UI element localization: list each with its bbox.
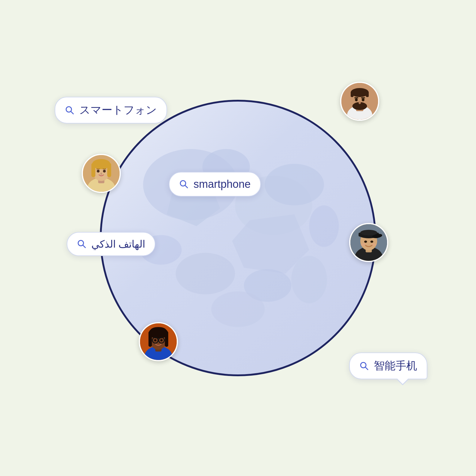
avatar-asian-man xyxy=(349,223,388,262)
svg-point-11 xyxy=(309,205,339,247)
avatar-blonde-woman xyxy=(82,154,121,193)
svg-point-44 xyxy=(100,172,102,175)
svg-line-15 xyxy=(185,185,188,188)
search-text-english: smartphone xyxy=(194,178,251,191)
search-bar-english[interactable]: smartphone xyxy=(169,172,261,197)
avatar-bearded-man xyxy=(340,82,379,121)
search-icon-chinese xyxy=(359,361,369,371)
search-bar-chinese[interactable]: 智能手机 xyxy=(349,352,427,379)
svg-line-17 xyxy=(83,245,85,248)
svg-point-29 xyxy=(362,99,365,101)
search-icon-english xyxy=(179,179,189,189)
svg-point-65 xyxy=(151,327,166,334)
svg-point-55 xyxy=(371,240,373,243)
search-icon-arabic xyxy=(77,239,87,249)
svg-line-13 xyxy=(71,111,73,114)
svg-line-19 xyxy=(365,367,368,370)
main-scene: スマートフォン smartphone الهاتف الذكي 智能手机 xyxy=(73,73,403,403)
svg-point-52 xyxy=(360,230,377,236)
svg-point-28 xyxy=(355,99,358,101)
svg-rect-25 xyxy=(351,91,353,97)
svg-point-54 xyxy=(364,240,367,243)
search-bar-arabic[interactable]: الهاتف الذكي xyxy=(67,232,155,256)
speech-bubble-tail xyxy=(397,378,409,384)
svg-rect-64 xyxy=(165,331,168,347)
svg-rect-42 xyxy=(96,169,100,169)
svg-rect-43 xyxy=(103,169,106,169)
svg-point-6 xyxy=(176,253,235,294)
search-text-chinese: 智能手机 xyxy=(374,359,417,373)
svg-point-71 xyxy=(154,339,157,342)
svg-rect-31 xyxy=(361,97,365,99)
svg-point-40 xyxy=(97,170,99,172)
svg-point-8 xyxy=(291,256,327,303)
svg-rect-26 xyxy=(366,91,369,97)
svg-rect-38 xyxy=(91,163,95,177)
search-text-japanese: スマートフォン xyxy=(79,103,157,117)
svg-point-72 xyxy=(160,339,163,342)
svg-point-10 xyxy=(211,291,265,327)
svg-point-56 xyxy=(362,243,366,246)
search-bar-japanese[interactable]: スマートフォン xyxy=(55,97,167,124)
svg-rect-63 xyxy=(148,331,152,347)
search-icon-japanese xyxy=(65,105,75,115)
svg-rect-39 xyxy=(107,163,111,177)
svg-point-32 xyxy=(359,101,361,104)
svg-rect-30 xyxy=(354,97,358,99)
svg-point-41 xyxy=(103,170,106,172)
svg-point-57 xyxy=(371,243,376,246)
search-text-arabic: الهاتف الذكي xyxy=(91,238,145,250)
avatar-black-woman xyxy=(139,322,178,361)
svg-point-4 xyxy=(265,164,324,205)
